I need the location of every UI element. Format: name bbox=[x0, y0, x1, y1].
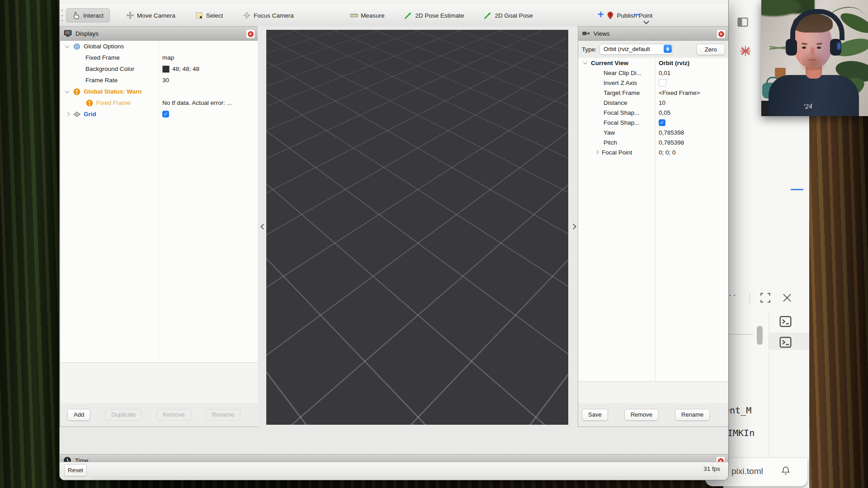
tree-row-label: Fixed Frame bbox=[85, 54, 120, 61]
expander-right-icon[interactable] bbox=[64, 112, 73, 117]
panel-title: Displays bbox=[75, 30, 99, 37]
close-icon: × bbox=[248, 31, 254, 37]
expander-down-icon[interactable] bbox=[582, 60, 591, 66]
close-panel-button[interactable]: × bbox=[717, 29, 726, 38]
tree-row[interactable]: Invert Z Axis bbox=[578, 78, 729, 88]
tree-row[interactable]: Fixed Framemap bbox=[60, 52, 258, 63]
tree-row[interactable]: Target Frame<Fixed Frame> bbox=[578, 88, 729, 98]
editor-selection-marker bbox=[791, 189, 803, 190]
terminal-text-line: IMKIn bbox=[727, 427, 755, 438]
toolbar-item-measure[interactable]: Measure bbox=[347, 9, 387, 22]
pane-splitter-right[interactable] bbox=[568, 26, 578, 426]
grid-plane-wrap bbox=[266, 30, 568, 425]
toolbar-item-label: Move Camera bbox=[137, 12, 175, 19]
toolbar-item-label: 2D Goal Pose bbox=[495, 12, 533, 19]
fullscreen-icon[interactable] bbox=[760, 292, 771, 304]
webcam-shirt-text: '24 bbox=[803, 103, 812, 110]
tree-row-label: Focal Point bbox=[602, 149, 632, 156]
toolbar-item-label: Interact bbox=[83, 12, 104, 19]
remove-button[interactable]: Remove bbox=[624, 409, 659, 421]
tree-row[interactable]: Global Options bbox=[60, 41, 258, 52]
tree-row[interactable]: Yaw0,785398 bbox=[578, 127, 729, 137]
displays-buttons: AddDuplicateRemoveRename bbox=[60, 403, 265, 427]
tree-row[interactable]: Current ViewOrbit (rviz) bbox=[578, 58, 729, 68]
expander-right-icon[interactable] bbox=[593, 150, 602, 155]
toolbar-item-focus-camera[interactable]: Focus Camera bbox=[240, 9, 297, 22]
displays-tree: Global OptionsFixed FramemapBackground C… bbox=[60, 41, 258, 363]
tree-row[interactable]: Frame Rate30 bbox=[60, 75, 258, 86]
toolbar-item-2d-pose-estimate[interactable]: 2D Pose Estimate bbox=[401, 9, 467, 22]
tree-row-value-text: 0,05 bbox=[659, 109, 670, 116]
checkbox-unchecked-icon[interactable] bbox=[659, 79, 666, 87]
tree-row[interactable]: Global Status: Warn bbox=[60, 86, 258, 97]
webcam-person-shirt bbox=[769, 75, 859, 116]
chevron-left-icon[interactable] bbox=[260, 225, 264, 228]
toolbar-overflow-chevron-icon[interactable] bbox=[644, 19, 648, 23]
save-button[interactable]: Save bbox=[582, 409, 608, 421]
tree-row-value-text: No tf data. Actual error: ... bbox=[162, 99, 232, 106]
expander-down-icon[interactable] bbox=[64, 44, 73, 49]
toolbar-item-move-camera[interactable]: Move Camera bbox=[123, 9, 178, 22]
zero-button[interactable]: Zero bbox=[696, 44, 725, 55]
webcam-overlay: '24 bbox=[761, 0, 868, 116]
tree-row-value: 0; 0; 0 bbox=[659, 149, 676, 156]
divider bbox=[750, 293, 750, 305]
tree-row[interactable]: Fixed FrameNo tf data. Actual error: ... bbox=[60, 97, 258, 108]
close-icon: × bbox=[718, 31, 724, 37]
goal-arrow-icon bbox=[484, 11, 492, 19]
add-tool-button[interactable]: + bbox=[598, 9, 604, 21]
tree-row-label: Global Status: Warn bbox=[84, 88, 142, 95]
add-button[interactable]: Add bbox=[67, 409, 90, 421]
displays-panel: Displays × Global OptionsFixed FramemapB… bbox=[60, 26, 259, 427]
close-panel-button[interactable]: × bbox=[246, 29, 255, 38]
tree-row-value: 0,785398 bbox=[659, 129, 684, 136]
checkbox-checked-icon[interactable]: ✓ bbox=[162, 111, 169, 117]
warn-icon bbox=[85, 99, 94, 107]
tree-row-value-text: 0,01 bbox=[659, 70, 670, 76]
terminal-icon[interactable] bbox=[779, 315, 792, 328]
webcam-headphone-cup bbox=[786, 39, 797, 56]
displays-panel-header[interactable]: Displays × bbox=[60, 27, 258, 41]
views-panel-header[interactable]: Views × bbox=[578, 27, 729, 41]
expander-down-icon[interactable] bbox=[64, 89, 73, 94]
webcam-headphone-cup bbox=[830, 39, 841, 56]
remove-tool-button[interactable]: − bbox=[634, 9, 640, 21]
terminal-icon[interactable] bbox=[779, 336, 792, 348]
color-swatch bbox=[162, 66, 170, 73]
tree-row-value: 10 bbox=[659, 99, 665, 106]
reset-button[interactable]: Reset bbox=[64, 464, 87, 476]
checkbox-checked-icon[interactable]: ✓ bbox=[659, 119, 665, 126]
close-icon[interactable] bbox=[781, 292, 793, 304]
view-type-dropdown[interactable]: Orbit (rviz_default bbox=[599, 44, 673, 55]
tree-row[interactable]: Focal Shap...✓ bbox=[578, 117, 729, 127]
tree-row[interactable]: Focal Point0; 0; 0 bbox=[578, 147, 729, 157]
tree-row-label: Fixed Frame bbox=[96, 99, 131, 106]
toolbar-item-interact[interactable]: Interact bbox=[66, 8, 110, 23]
tree-row-label: Grid bbox=[84, 111, 96, 117]
main-area: Displays × Global OptionsFixed FramemapB… bbox=[60, 26, 728, 428]
scrollbar-thumb[interactable] bbox=[757, 326, 763, 345]
stepper-icon[interactable] bbox=[664, 45, 672, 53]
tree-row-label: Invert Z Axis bbox=[604, 80, 637, 86]
chevron-right-icon[interactable] bbox=[571, 225, 575, 228]
tree-row-value-text: 48; 48; 48 bbox=[172, 66, 199, 72]
tree-row[interactable]: Pitch0,785398 bbox=[578, 137, 729, 147]
move-camera-icon bbox=[126, 11, 134, 19]
rename-button[interactable]: Rename bbox=[675, 409, 710, 421]
webcam-eye bbox=[802, 47, 806, 49]
toolbar-item-2d-goal-pose[interactable]: 2D Goal Pose bbox=[481, 9, 535, 22]
sidebar-toggle-icon[interactable] bbox=[737, 16, 749, 28]
tree-row[interactable]: Near Clip Di...0,01 bbox=[578, 68, 729, 78]
tree-row[interactable]: Focal Shap...0,05 bbox=[578, 108, 729, 117]
toolbar-item-label: Focus Camera bbox=[254, 12, 294, 19]
tree-row[interactable]: Grid✓ bbox=[60, 108, 258, 120]
file-name[interactable]: pixi.toml bbox=[731, 466, 763, 476]
tree-row[interactable]: Background Color48; 48; 48 bbox=[60, 63, 258, 75]
toolbar-drag-handle[interactable] bbox=[61, 9, 64, 21]
tree-row[interactable]: Distance10 bbox=[578, 98, 729, 108]
3d-viewport[interactable] bbox=[266, 30, 568, 425]
pane-splitter-left[interactable] bbox=[258, 26, 266, 426]
bell-icon[interactable] bbox=[780, 465, 791, 476]
tree-row-value-text: 10 bbox=[659, 99, 665, 106]
toolbar-item-select[interactable]: Select bbox=[193, 9, 226, 22]
